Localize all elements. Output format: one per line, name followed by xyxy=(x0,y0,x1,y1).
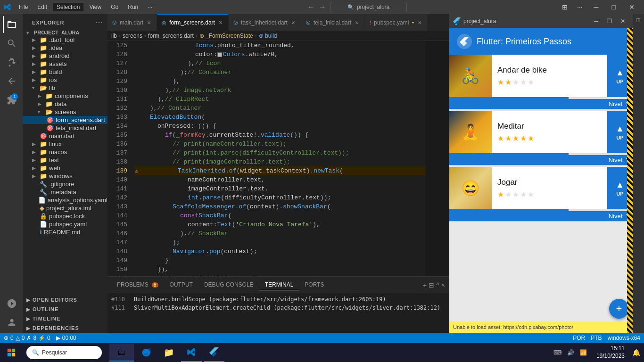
sidebar-item-macos[interactable]: ▶📁 macos xyxy=(23,148,107,156)
flutter-fab[interactable]: + xyxy=(609,299,629,319)
outline-section[interactable]: ▶OUTLINE xyxy=(23,304,107,314)
taskbar-app-vscode[interactable] xyxy=(181,343,202,362)
sidebar-item-readme[interactable]: ℹ README.md xyxy=(23,228,107,236)
sidebar-item-data[interactable]: ▶📁 data xyxy=(23,100,107,108)
tab-close-button[interactable]: × xyxy=(290,19,296,26)
breadcrumb-lib[interactable]: lib xyxy=(111,33,117,39)
terminal-maximize-icon[interactable]: ^ xyxy=(436,281,439,289)
sidebar-item-metadata[interactable]: 🔧 .metadata xyxy=(23,188,107,196)
search-activity-icon[interactable] xyxy=(3,35,20,52)
notification-icon[interactable]: 🔔 xyxy=(628,349,644,356)
sidebar-item-ios[interactable]: ▶📁 ios xyxy=(23,76,107,84)
sidebar-item-web[interactable]: ▶📁 web xyxy=(23,164,107,172)
tab-close-button[interactable]: × xyxy=(218,19,223,26)
tab-output[interactable]: OUTPUT xyxy=(164,280,198,290)
status-play[interactable]: ▶ 00:00 xyxy=(56,335,76,341)
tab-main-dart[interactable]: ◎ main.dart × xyxy=(107,14,157,31)
minimize-button[interactable]: ─ xyxy=(588,1,604,13)
breadcrumb-screens[interactable]: screens xyxy=(123,33,142,39)
flutter-close-button[interactable]: ✕ xyxy=(617,16,629,26)
tab-tela-inicial[interactable]: ◎ tela_inicial.dart × xyxy=(301,14,365,31)
menu-more[interactable]: ··· xyxy=(144,3,156,11)
sidebar-item-pubspec-lock[interactable]: 🔒 pubspec.lock xyxy=(23,212,107,220)
remote-activity-icon[interactable] xyxy=(3,295,20,312)
sidebar-item-analysis[interactable]: 📄 analysis_options.yaml xyxy=(23,196,107,204)
search-bar[interactable]: 🔍 project_alura xyxy=(330,2,407,12)
taskbar-search[interactable]: 🔍 Pesquisar xyxy=(26,346,102,359)
sidebar-item-test[interactable]: ▶📁 test xyxy=(23,156,107,164)
status-windows[interactable]: windows-x64 xyxy=(608,335,640,341)
tab-form-screens[interactable]: ◎ form_screens.dart × xyxy=(157,14,229,31)
project-root[interactable]: ▾ PROJECT_ALURA xyxy=(23,29,107,36)
menu-run[interactable]: Run xyxy=(124,3,142,11)
tray-volume-icon[interactable]: 🔊 xyxy=(565,347,576,358)
sidebar-item-tela-inicial[interactable]: 🎯 tela_inicial.dart xyxy=(23,124,107,132)
card-up-button[interactable]: ▲ UP xyxy=(607,111,633,153)
sidebar-item-build[interactable]: ▶📁 build xyxy=(23,68,107,76)
code-editor[interactable]: 125 126 127 128 129 130 131 132 133 134 … xyxy=(107,41,449,276)
sidebar-item-dart-tool[interactable]: ▶📁 .dart_tool xyxy=(23,36,107,44)
tab-debug-console[interactable]: DEBUG CONSOLE xyxy=(198,280,259,290)
right-panel-icon[interactable]: ⊟ xyxy=(634,16,643,25)
menu-selection[interactable]: Selection xyxy=(53,3,83,11)
layout-icon[interactable]: ⊞ xyxy=(558,1,571,13)
sidebar-item-assets[interactable]: ▶📁 assets xyxy=(23,60,107,68)
terminal-add-icon[interactable]: + xyxy=(423,281,427,289)
sidebar-item-android[interactable]: ▶📁 android xyxy=(23,52,107,60)
taskbar-app-thumbnail[interactable]: 🗂 xyxy=(109,344,134,362)
terminal-split-icon[interactable]: ⊟ xyxy=(429,281,434,289)
open-editors-section[interactable]: ▶OPEN EDITORS xyxy=(23,295,107,304)
card-up-button[interactable]: ▲ UP xyxy=(607,167,633,209)
card-up-button[interactable]: ▲ UP xyxy=(607,55,633,97)
terminal-content[interactable]: #110 BuildOwner.buildScope (package:flut… xyxy=(107,293,449,333)
sidebar-item-form-screens[interactable]: 🎯 form_screens.dart xyxy=(23,116,107,124)
tab-close-button[interactable]: × xyxy=(146,19,152,26)
breadcrumb-method[interactable]: ⊕ build xyxy=(259,33,277,39)
flutter-minimize-button[interactable]: ─ xyxy=(590,16,602,26)
sidebar-item-lib[interactable]: ▾📂 lib xyxy=(23,84,107,92)
terminal-close-icon[interactable]: × xyxy=(441,281,445,289)
sidebar-item-linux[interactable]: ▶📁 linux xyxy=(23,140,107,148)
sidebar-item-components[interactable]: ▶📁 components xyxy=(23,92,107,100)
sidebar-item-iml[interactable]: ◆ project_alura.iml xyxy=(23,204,107,212)
sidebar-item-windows[interactable]: ▶📁 windows xyxy=(23,172,107,180)
taskbar-app-explorer[interactable]: 📁 xyxy=(158,343,179,362)
flutter-app-content[interactable]: 🚴 Andar de bike ★ ★ ★ ★ ★ xyxy=(449,55,633,321)
menu-edit[interactable]: Edit xyxy=(33,3,51,11)
more-icon[interactable]: ··· xyxy=(573,1,586,13)
nav-back-button[interactable]: ← xyxy=(307,3,315,11)
close-button[interactable]: ✕ xyxy=(623,1,640,13)
run-debug-activity-icon[interactable] xyxy=(3,73,20,90)
source-control-activity-icon[interactable] xyxy=(3,54,20,71)
explorer-activity-icon[interactable] xyxy=(3,16,20,33)
breadcrumb-file[interactable]: form_screens.dart xyxy=(148,33,194,39)
tab-task-inheridet[interactable]: ◎ task_inheridet.dart × xyxy=(229,14,301,31)
taskbar-clock[interactable]: 15:11 19/10/2023 xyxy=(593,345,628,360)
dependencies-section[interactable]: ▶DEPENDENCIES xyxy=(23,323,107,333)
menu-file[interactable]: File xyxy=(15,3,32,11)
code-content[interactable]: Icons.photo_filter_rounded, color: Color… xyxy=(131,41,425,276)
taskbar-app-flutter[interactable] xyxy=(204,343,224,362)
status-lang-ptb[interactable]: PTB xyxy=(591,335,602,341)
start-button[interactable] xyxy=(0,343,23,362)
tray-network-icon[interactable]: 📶 xyxy=(578,347,589,358)
timeline-section[interactable]: ▶TIMELINE xyxy=(23,314,107,323)
flutter-restore-button[interactable]: ❐ xyxy=(603,16,616,26)
status-remote[interactable]: ⊕ 0 △ 0 ✗ 8 ⚡ 0 xyxy=(4,335,50,341)
sidebar-item-gitignore[interactable]: 🔧 .gitignore xyxy=(23,180,107,188)
maximize-button[interactable]: □ xyxy=(606,1,621,13)
nav-forward-button[interactable]: → xyxy=(319,3,326,11)
tab-problems[interactable]: PROBLEMS 8 xyxy=(111,280,164,290)
menu-go[interactable]: Go xyxy=(107,3,122,11)
tab-close-button[interactable]: × xyxy=(354,19,360,26)
tab-pubspec-yaml[interactable]: ! pubspec.yaml ● × xyxy=(365,14,428,31)
status-lang-por[interactable]: POR xyxy=(573,335,585,341)
sidebar-item-pubspec-yaml[interactable]: 📄 pubspec.yaml xyxy=(23,220,107,228)
tab-close-button[interactable]: × xyxy=(417,19,422,26)
sidebar-item-screens[interactable]: ▾📂 screens xyxy=(23,108,107,116)
taskbar-app-edge[interactable] xyxy=(136,343,157,362)
tray-keyboard-icon[interactable]: ⌨ xyxy=(552,347,563,358)
extensions-activity-icon[interactable]: 1 xyxy=(3,91,20,108)
sidebar-more-icon[interactable]: ··· xyxy=(95,18,104,27)
account-activity-icon[interactable] xyxy=(3,314,20,331)
